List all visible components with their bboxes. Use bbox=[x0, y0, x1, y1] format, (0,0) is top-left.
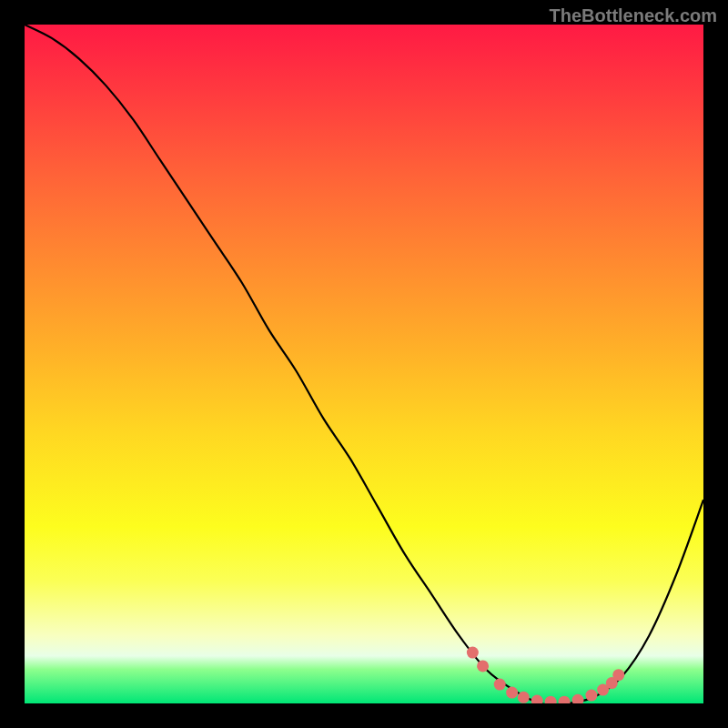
data-marker bbox=[612, 669, 624, 681]
data-marker bbox=[545, 696, 557, 703]
bottleneck-curve-path bbox=[25, 25, 703, 703]
data-marker bbox=[494, 679, 506, 691]
data-marker bbox=[506, 687, 518, 699]
marker-group bbox=[467, 647, 624, 703]
chart-svg bbox=[25, 25, 703, 703]
data-marker bbox=[477, 660, 489, 672]
watermark-text: TheBottleneck.com bbox=[550, 5, 717, 26]
data-marker bbox=[467, 647, 479, 659]
data-marker bbox=[585, 690, 597, 702]
data-marker bbox=[571, 694, 583, 703]
chart-plot-area bbox=[25, 25, 703, 703]
data-marker bbox=[518, 692, 530, 703]
data-marker bbox=[531, 695, 543, 703]
data-marker bbox=[559, 696, 571, 703]
